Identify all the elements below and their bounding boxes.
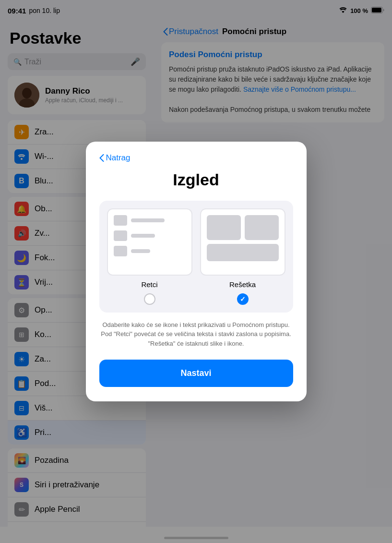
radio-grid[interactable]: ✓ bbox=[237, 293, 249, 305]
layout-preview-grid bbox=[200, 208, 285, 276]
layout-label-grid: Rešetka bbox=[229, 280, 256, 289]
modal: Natrag Izgled bbox=[86, 142, 307, 402]
modal-title: Izgled bbox=[99, 170, 293, 189]
layout-options: Retci Rešetka ✓ bbox=[99, 201, 293, 313]
modal-back-button[interactable]: Natrag bbox=[99, 153, 293, 163]
continue-button[interactable]: Nastavi bbox=[99, 360, 293, 387]
radio-rows[interactable] bbox=[144, 293, 155, 305]
modal-overlay: Natrag Izgled bbox=[0, 0, 392, 543]
modal-back-label: Natrag bbox=[106, 153, 131, 163]
layout-option-grid[interactable]: Rešetka ✓ bbox=[200, 208, 285, 305]
layout-preview-rows bbox=[107, 208, 192, 276]
layout-option-rows[interactable]: Retci bbox=[107, 208, 192, 305]
radio-check-icon: ✓ bbox=[240, 295, 246, 303]
layout-description: Odaberite kako će se ikone i tekst prika… bbox=[99, 320, 293, 349]
layout-label-rows: Retci bbox=[141, 280, 157, 289]
